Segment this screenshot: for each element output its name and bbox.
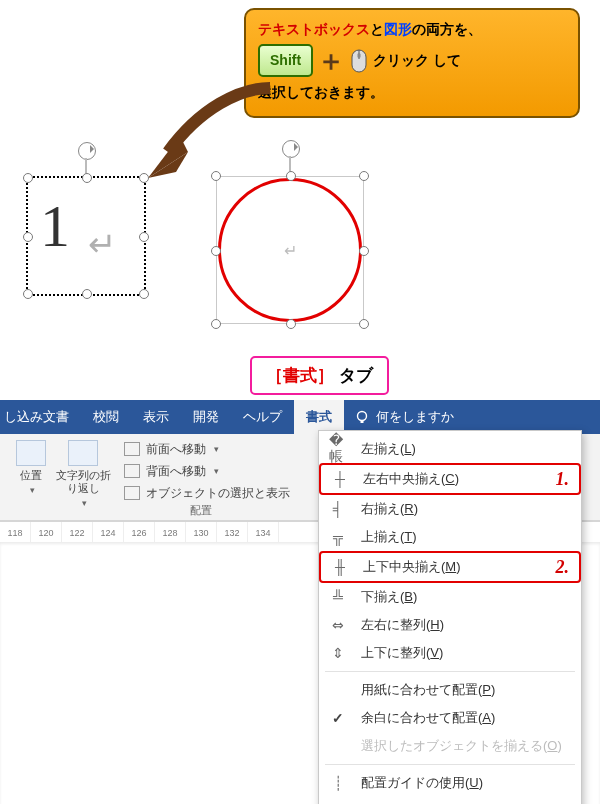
svg-point-5: [358, 412, 367, 421]
tab-review[interactable]: 校閲: [81, 400, 131, 434]
resize-handle[interactable]: [139, 173, 149, 183]
shift-key: Shift: [258, 44, 313, 76]
check-icon: [329, 709, 347, 727]
resize-handle[interactable]: [23, 173, 33, 183]
distribute-v-icon: ⇕: [329, 644, 347, 662]
step-number-1: 1.: [556, 469, 570, 490]
tab-view[interactable]: 表示: [131, 400, 181, 434]
align-bottom-icon: ╩: [329, 588, 347, 606]
group-label-arrange: 配置: [190, 503, 212, 518]
menu-align-right[interactable]: ╡ 右揃え(R): [319, 495, 581, 523]
resize-handle[interactable]: [286, 319, 296, 329]
chevron-down-icon: ▾: [30, 485, 35, 495]
position-icon: [16, 440, 46, 466]
resize-handle[interactable]: [286, 171, 296, 181]
paragraph-mark-icon: ↵: [88, 224, 116, 264]
resize-handle[interactable]: [359, 319, 369, 329]
bring-forward-button[interactable]: 前面へ移動▾: [120, 438, 314, 460]
menu-distribute-horizontal[interactable]: ⇔ 左右に整列(H): [319, 611, 581, 639]
resize-handle[interactable]: [359, 171, 369, 181]
textbox-shape[interactable]: 1 ↵: [26, 176, 146, 296]
align-left-icon: �帳: [329, 440, 347, 458]
chevron-down-icon: ▾: [214, 466, 219, 476]
tip-word-textbox: テキストボックス: [258, 21, 370, 37]
align-center-v-icon: ╫: [331, 558, 349, 576]
menu-align-center-vertical[interactable]: ╫ 上下中央揃え(M) 2.: [319, 551, 581, 583]
resize-handle[interactable]: [23, 289, 33, 299]
menu-align-bottom[interactable]: ╩ 下揃え(B): [319, 583, 581, 611]
chevron-down-icon: ▾: [82, 498, 87, 508]
resize-handle[interactable]: [211, 171, 221, 181]
bulb-icon: [354, 409, 370, 425]
menu-align-center-horizontal[interactable]: ┼ 左右中央揃え(C) 1.: [319, 463, 581, 495]
resize-handle[interactable]: [23, 232, 33, 242]
guides-icon: ┊: [329, 774, 347, 792]
rotate-handle-icon[interactable]: [282, 140, 300, 158]
align-top-icon: ╦: [329, 528, 347, 546]
tip-word-shape: 図形: [384, 21, 412, 37]
paragraph-mark-icon: ↵: [284, 241, 297, 260]
ribbon-tabs: し込み文書 校閲 表示 開発 ヘルプ 書式 何をしますか: [0, 400, 600, 434]
tell-me-search[interactable]: 何をしますか: [344, 400, 464, 434]
resize-handle[interactable]: [139, 232, 149, 242]
send-backward-button[interactable]: 背面へ移動▾: [120, 460, 314, 482]
tab-format[interactable]: 書式: [294, 400, 344, 434]
svg-rect-2: [358, 53, 361, 58]
menu-align-to-margin[interactable]: 余白に合わせて配置(A): [319, 704, 581, 732]
svg-marker-3: [148, 136, 188, 178]
resize-handle[interactable]: [82, 173, 92, 183]
menu-distribute-vertical[interactable]: ⇕ 上下に整列(V): [319, 639, 581, 667]
selection-pane-button[interactable]: オブジェクトの選択と表示: [120, 482, 314, 504]
tab-help[interactable]: ヘルプ: [231, 400, 294, 434]
menu-view-gridlines[interactable]: ▦ グリッド線の表示(S): [319, 797, 581, 804]
svg-marker-4: [148, 152, 188, 178]
selection-pane-icon: [124, 485, 140, 501]
textbox-value: 1: [40, 192, 70, 261]
circle-shape[interactable]: ↵: [216, 176, 364, 324]
distribute-h-icon: ⇔: [329, 616, 347, 634]
bring-forward-icon: [124, 441, 140, 457]
resize-handle[interactable]: [211, 319, 221, 329]
text-wrap-button[interactable]: 文字列の折 り返し ▾: [58, 438, 108, 508]
text-wrap-icon: [68, 440, 98, 466]
resize-handle[interactable]: [359, 246, 369, 256]
menu-align-to-page[interactable]: 用紙に合わせて配置(P): [319, 676, 581, 704]
position-button[interactable]: 位置 ▾: [6, 438, 56, 495]
menu-align-selected-objects: 選択したオブジェクトを揃える(O): [319, 732, 581, 760]
menu-align-top[interactable]: ╦ 上揃え(T): [319, 523, 581, 551]
align-center-h-icon: ┼: [331, 470, 349, 488]
tab-developer[interactable]: 開発: [181, 400, 231, 434]
chevron-down-icon: ▾: [214, 444, 219, 454]
format-tab-label: ［書式］ タブ: [250, 356, 389, 395]
mouse-icon: [349, 48, 369, 74]
menu-separator: [325, 764, 575, 765]
tip-callout: テキストボックスと図形の両方を、 Shift ＋ クリックして 選択しておきます…: [244, 8, 580, 118]
svg-rect-6: [361, 420, 364, 423]
tab-mailings[interactable]: し込み文書: [0, 400, 81, 434]
send-backward-icon: [124, 463, 140, 479]
menu-align-left[interactable]: �帳 左揃え(L): [319, 435, 581, 463]
menu-use-alignment-guides[interactable]: ┊ 配置ガイドの使用(U): [319, 769, 581, 797]
resize-handle[interactable]: [211, 246, 221, 256]
resize-handle[interactable]: [82, 289, 92, 299]
step-number-2: 2.: [556, 557, 570, 578]
align-right-icon: ╡: [329, 500, 347, 518]
resize-handle[interactable]: [139, 289, 149, 299]
align-menu: �帳 左揃え(L) ┼ 左右中央揃え(C) 1. ╡ 右揃え(R) ╦ 上揃え(…: [318, 430, 582, 804]
rotate-handle-icon[interactable]: [78, 142, 96, 160]
menu-separator: [325, 671, 575, 672]
